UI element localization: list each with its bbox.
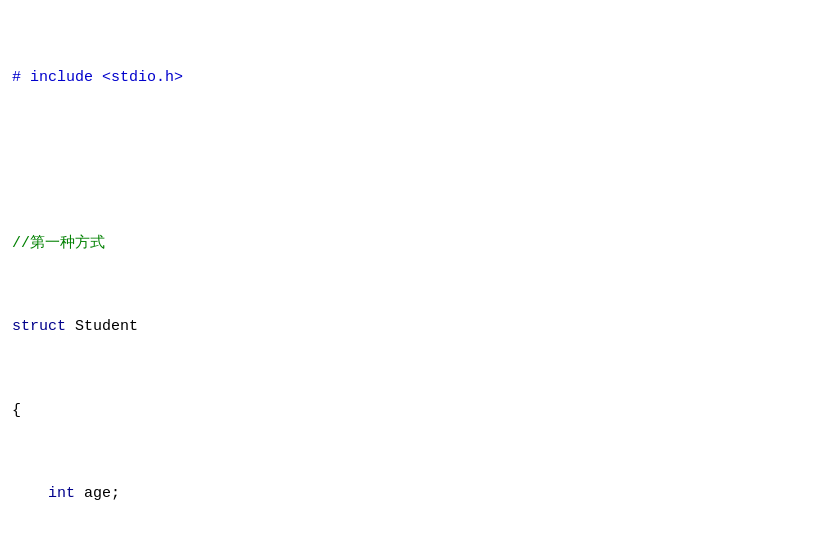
line-5: { — [12, 397, 805, 425]
line-4: struct Student — [12, 313, 805, 341]
line-1: # include <stdio.h> — [12, 64, 805, 92]
line-3: //第一种方式 — [12, 230, 805, 258]
line-6: int age; — [12, 480, 805, 508]
code-editor: # include <stdio.h> //第一种方式 struct Stude… — [0, 0, 817, 556]
line-2 — [12, 147, 805, 175]
